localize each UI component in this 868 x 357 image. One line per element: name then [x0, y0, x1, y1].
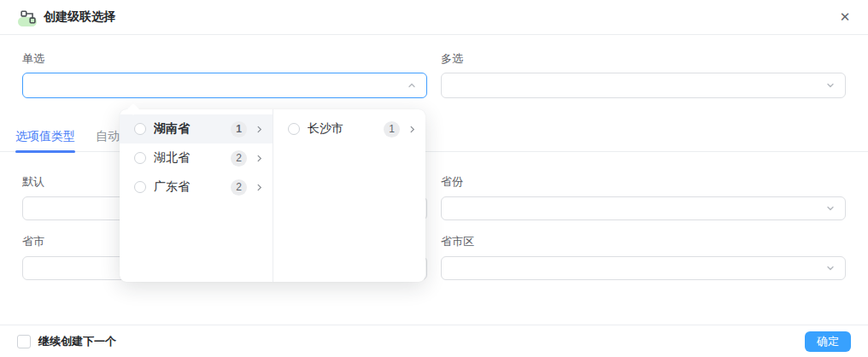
cascade-column-provinces: 湖南省 1 湖北省 2 广东省 2	[120, 109, 273, 282]
modal-footer: 继续创建下一个 确定	[0, 325, 868, 357]
option-row[interactable]: 广东省 2	[120, 173, 273, 202]
chevron-right-icon[interactable]	[408, 125, 417, 134]
multi-select-label: 多选	[441, 52, 463, 66]
option-row[interactable]: 湖北省 2	[120, 143, 273, 173]
count-badge: 1	[384, 121, 400, 138]
chevron-up-icon	[407, 80, 417, 91]
continue-create-label: 继续创建下一个	[38, 334, 116, 349]
cascade-icon	[21, 9, 36, 25]
chevron-right-icon[interactable]	[255, 183, 264, 192]
count-badge: 2	[231, 150, 247, 167]
option-row[interactable]: 长沙市 1	[273, 114, 425, 143]
province-select-input[interactable]	[441, 196, 846, 220]
option-label: 广东省	[154, 179, 223, 195]
multi-select-input[interactable]	[441, 73, 846, 98]
province-city-field-label: 省市	[22, 235, 44, 249]
tab-bar: 选项值类型 自动	[15, 129, 120, 153]
chevron-down-icon	[825, 203, 836, 214]
count-badge: 2	[231, 179, 247, 196]
chevron-down-icon	[825, 80, 836, 91]
tab-auto[interactable]: 自动	[96, 129, 120, 153]
single-select-input[interactable]	[22, 73, 427, 98]
cascade-dropdown-panel: 湖南省 1 湖北省 2 广东省 2 长沙市 1	[120, 109, 425, 282]
radio-icon[interactable]	[134, 152, 146, 164]
single-select-label: 单选	[22, 52, 44, 66]
close-icon: ✕	[840, 9, 851, 25]
option-row[interactable]: 湖南省 1	[120, 114, 273, 143]
close-button[interactable]: ✕	[836, 8, 854, 26]
confirm-button[interactable]: 确定	[805, 331, 851, 352]
chevron-down-icon	[825, 263, 836, 273]
radio-icon[interactable]	[288, 123, 300, 135]
radio-icon[interactable]	[134, 181, 146, 193]
province-field-label: 省份	[441, 175, 463, 189]
chevron-right-icon[interactable]	[255, 125, 264, 134]
cascade-column-cities: 长沙市 1	[273, 109, 425, 282]
option-label: 长沙市	[308, 121, 376, 137]
province-city-district-field-label: 省市区	[441, 235, 474, 249]
default-field-label: 默认	[22, 175, 44, 189]
option-label: 湖北省	[154, 150, 223, 166]
option-label: 湖南省	[154, 121, 223, 137]
modal-header: 创建级联选择 ✕	[0, 0, 868, 35]
page-title: 创建级联选择	[44, 9, 115, 25]
continue-create-checkbox[interactable]	[17, 335, 31, 348]
province-city-district-select-input[interactable]	[441, 256, 846, 280]
count-badge: 1	[231, 121, 247, 138]
chevron-right-icon[interactable]	[255, 154, 264, 163]
tab-option-value-type[interactable]: 选项值类型	[15, 129, 75, 153]
radio-icon[interactable]	[134, 123, 146, 135]
